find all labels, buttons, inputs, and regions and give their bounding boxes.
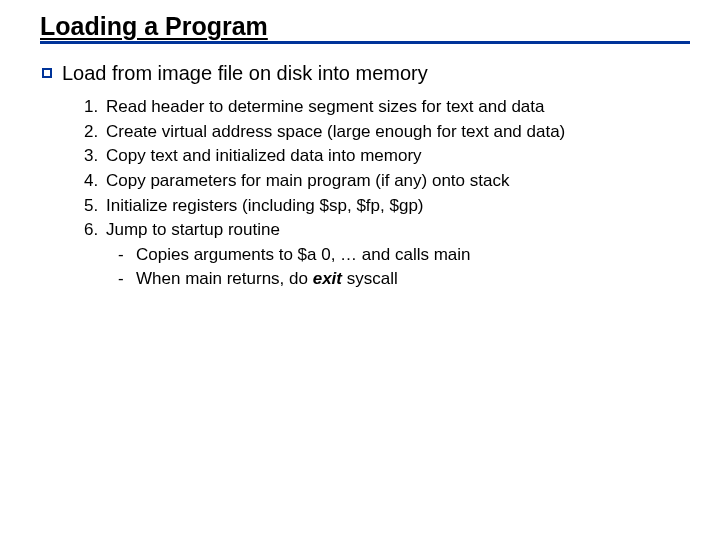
item-number: 2. — [84, 120, 102, 145]
dash-bullet-icon: - — [118, 243, 132, 268]
slide-title: Loading a Program — [40, 12, 268, 41]
sub-item-suffix: syscall — [342, 269, 398, 288]
item-number: 4. — [84, 169, 102, 194]
sub-item: - When main returns, do exit syscall — [118, 267, 690, 292]
list-item: 1. Read header to determine segment size… — [84, 95, 690, 120]
item-text: Read header to determine segment sizes f… — [106, 95, 544, 120]
item-text: Initialize registers (including $sp, $fp… — [106, 194, 424, 219]
list-item: 2. Create virtual address space (large e… — [84, 120, 690, 145]
item-number: 3. — [84, 144, 102, 169]
bullet-level1: Load from image file on disk into memory — [42, 62, 690, 85]
dash-bullet-icon: - — [118, 267, 132, 292]
sub-item-prefix: When main returns, do — [136, 269, 313, 288]
sub-item-emph: exit — [313, 269, 342, 288]
slide: Loading a Program Load from image file o… — [0, 0, 720, 540]
sub-list: - Copies arguments to $a 0, … and calls … — [118, 243, 690, 292]
item-number: 1. — [84, 95, 102, 120]
sub-item-text: Copies arguments to $a 0, … and calls ma… — [136, 243, 471, 268]
main-heading: Load from image file on disk into memory — [62, 62, 428, 85]
item-text: Copy text and initialized data into memo… — [106, 144, 422, 169]
list-item: 3. Copy text and initialized data into m… — [84, 144, 690, 169]
item-text: Create virtual address space (large enou… — [106, 120, 565, 145]
item-number: 6. — [84, 218, 102, 243]
title-underline: Loading a Program — [40, 12, 690, 44]
list-item: 6. Jump to startup routine — [84, 218, 690, 243]
numbered-list: 1. Read header to determine segment size… — [84, 95, 690, 243]
sub-item-text: When main returns, do exit syscall — [136, 267, 398, 292]
list-item: 5. Initialize registers (including $sp, … — [84, 194, 690, 219]
sub-item: - Copies arguments to $a 0, … and calls … — [118, 243, 690, 268]
square-bullet-icon — [42, 68, 52, 78]
item-text: Jump to startup routine — [106, 218, 280, 243]
item-text: Copy parameters for main program (if any… — [106, 169, 509, 194]
item-number: 5. — [84, 194, 102, 219]
list-item: 4. Copy parameters for main program (if … — [84, 169, 690, 194]
